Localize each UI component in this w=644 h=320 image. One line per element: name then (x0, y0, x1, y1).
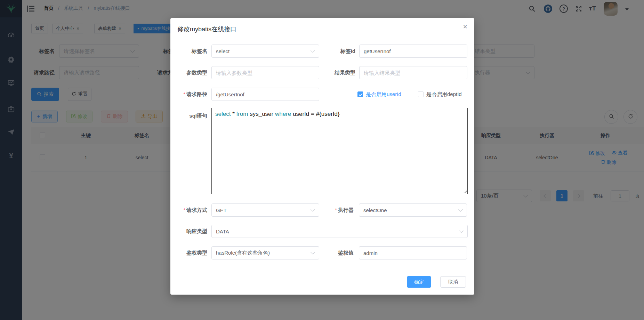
required-mark: * (335, 207, 337, 213)
dlg-auth-value-input[interactable] (359, 246, 467, 259)
dlg-tag-id-label: 标签id (303, 45, 355, 58)
required-mark: * (183, 91, 185, 97)
cancel-button[interactable]: 取消 (440, 276, 466, 288)
edit-dialog: 修改mybatis在线接口 × 标签名 select 标签id 参数类型 结果类… (170, 18, 474, 295)
sql-editor[interactable]: select * from sys_user where userId = #{… (211, 108, 468, 194)
app-root: ¥ 首页 / 系统工具 / mybatis在线接口 ? тT 首页 个人中心 ×… (0, 0, 644, 320)
dlg-tag-name-label: 标签名 (170, 45, 207, 58)
dlg-executor-select[interactable]: selectOne (359, 203, 467, 217)
confirm-button[interactable]: 确定 (407, 276, 431, 288)
dialog-title: 修改mybatis在线接口 (177, 25, 236, 33)
dlg-response-type-label: 响应类型 (170, 225, 207, 238)
dlg-auth-value-label: 鉴权值 (303, 246, 354, 259)
dlg-result-type-input[interactable] (359, 66, 467, 79)
userid-checkbox-label[interactable]: 是否启用userId (366, 88, 401, 101)
userid-checkbox[interactable] (357, 91, 363, 97)
chevron-down-icon (458, 207, 463, 212)
dlg-response-type-select[interactable]: DATA (211, 225, 468, 238)
dlg-path-label: *请求路径 (170, 88, 207, 101)
deptid-checkbox[interactable] (418, 91, 424, 97)
chevron-down-icon (459, 229, 464, 233)
dlg-method-label: *请求方式 (170, 203, 207, 217)
dlg-result-type-label: 结果类型 (303, 66, 355, 79)
deptid-checkbox-label[interactable]: 是否启用deptId (426, 88, 462, 101)
close-icon[interactable]: × (463, 23, 467, 31)
dlg-auth-type-label: 鉴权类型 (170, 246, 207, 259)
dlg-param-type-label: 参数类型 (170, 66, 207, 79)
dlg-executor-label: *执行器 (303, 203, 354, 217)
dlg-tag-id-input[interactable] (359, 45, 467, 58)
dlg-sql-label: sql语句 (170, 109, 207, 122)
required-mark: * (183, 207, 185, 213)
dlg-path-input[interactable] (211, 88, 319, 101)
resize-handle[interactable] (462, 189, 467, 193)
